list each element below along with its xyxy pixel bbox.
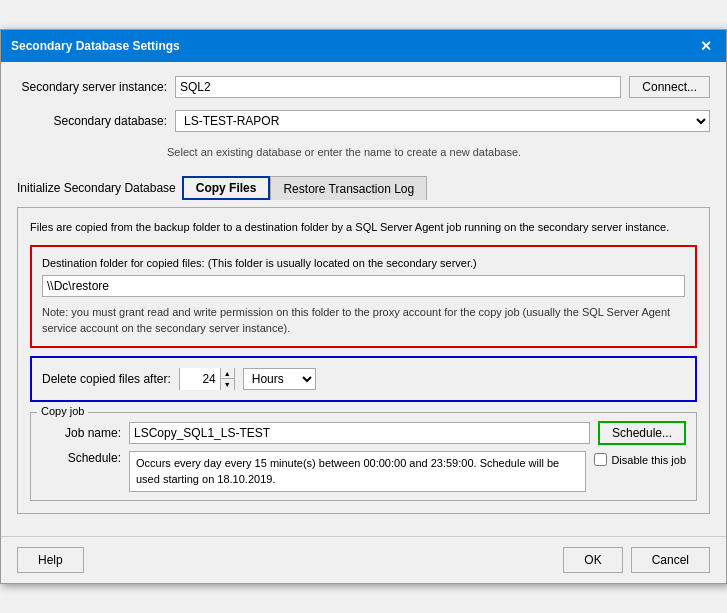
copy-job-group: Copy job Job name: Schedule... Schedule:… (30, 412, 697, 501)
bottom-right-buttons: OK Cancel (563, 547, 710, 573)
copy-job-legend: Copy job (37, 405, 88, 417)
connect-button[interactable]: Connect... (629, 76, 710, 98)
schedule-text: Occurs every day every 15 minute(s) betw… (129, 451, 586, 492)
ok-button[interactable]: OK (563, 547, 622, 573)
database-hint: Select an existing database or enter the… (167, 146, 710, 158)
close-icon[interactable]: ✕ (696, 36, 716, 56)
database-row: Secondary database: LS-TEST-RAPOR (17, 110, 710, 132)
job-name-row: Job name: Schedule... (41, 421, 686, 445)
dest-folder-input[interactable] (42, 275, 685, 297)
tab-description: Files are copied from the backup folder … (30, 220, 697, 235)
dest-note: Note: you must grant read and write perm… (42, 305, 685, 336)
disable-job-wrapper: Disable this job (594, 451, 686, 466)
destination-folder-section: Destination folder for copied files: (Th… (30, 245, 697, 348)
schedule-button[interactable]: Schedule... (598, 421, 686, 445)
server-instance-row: Secondary server instance: Connect... (17, 76, 710, 98)
tabs-container: Initialize Secondary Database Copy Files… (17, 176, 710, 200)
disable-job-checkbox-label[interactable]: Disable this job (594, 453, 686, 466)
disable-job-label: Disable this job (611, 454, 686, 466)
delete-hours-input[interactable] (180, 368, 220, 390)
bottom-bar: Help OK Cancel (1, 536, 726, 583)
spinner-buttons: ▲ ▼ (220, 368, 234, 390)
delete-files-section: Delete copied files after: ▲ ▼ Hours Min… (30, 356, 697, 402)
copy-files-panel: Files are copied from the backup folder … (17, 207, 710, 514)
database-label: Secondary database: (17, 114, 167, 128)
dialog-body: Secondary server instance: Connect... Se… (1, 62, 726, 528)
disable-job-checkbox[interactable] (594, 453, 607, 466)
cancel-button[interactable]: Cancel (631, 547, 710, 573)
initialize-tab-label: Initialize Secondary Database (17, 176, 176, 200)
schedule-row: Schedule: Occurs every day every 15 minu… (41, 451, 686, 492)
restore-log-tab[interactable]: Restore Transaction Log (270, 176, 427, 200)
secondary-database-settings-dialog: Secondary Database Settings ✕ Secondary … (0, 29, 727, 584)
job-name-input[interactable] (129, 422, 590, 444)
server-instance-label: Secondary server instance: (17, 80, 167, 94)
delete-label: Delete copied files after: (42, 372, 171, 386)
schedule-label: Schedule: (41, 451, 121, 465)
title-bar: Secondary Database Settings ✕ (1, 30, 726, 62)
spinner-up-button[interactable]: ▲ (220, 368, 234, 379)
dialog-title: Secondary Database Settings (11, 39, 180, 53)
spinner-down-button[interactable]: ▼ (220, 379, 234, 390)
job-name-label: Job name: (41, 426, 121, 440)
dest-label: Destination folder for copied files: (Th… (42, 257, 685, 269)
delete-hours-spinner: ▲ ▼ (179, 368, 235, 390)
help-button[interactable]: Help (17, 547, 84, 573)
time-unit-select[interactable]: Hours Minutes Days (243, 368, 316, 390)
database-select[interactable]: LS-TEST-RAPOR (175, 110, 710, 132)
copy-files-tab[interactable]: Copy Files (182, 176, 271, 200)
server-instance-input[interactable] (175, 76, 621, 98)
